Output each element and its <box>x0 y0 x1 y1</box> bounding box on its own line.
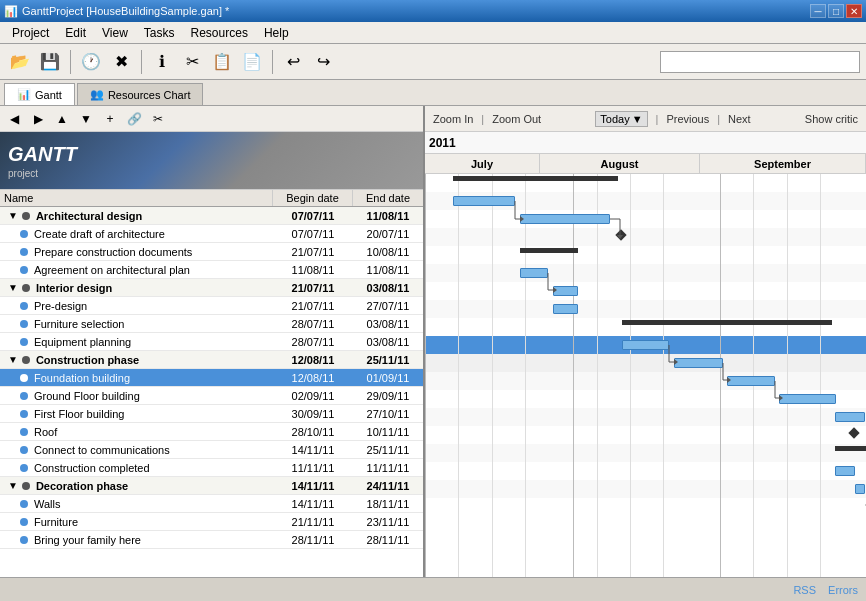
table-row[interactable]: Agreement on architectural plan 11/08/11… <box>0 261 423 279</box>
table-row[interactable]: Foundation building 12/08/11 01/09/11 <box>0 369 423 387</box>
delete-button[interactable]: ✖ <box>107 48 135 76</box>
tab-resources[interactable]: 👥 Resources Chart <box>77 83 204 105</box>
copy-button[interactable]: 📋 <box>208 48 236 76</box>
task-end: 10/11/11 <box>353 426 423 438</box>
minimize-button[interactable]: ─ <box>810 4 826 18</box>
paste-button[interactable]: 📄 <box>238 48 266 76</box>
task-begin: 12/08/11 <box>273 372 353 384</box>
collapse-icon[interactable]: ▼ <box>8 282 18 293</box>
gantt-bar-walls <box>835 466 855 476</box>
clock-button[interactable]: 🕐 <box>77 48 105 76</box>
collapse-icon[interactable]: ▼ <box>8 480 18 491</box>
today-dropdown[interactable]: Today ▼ <box>595 111 647 127</box>
table-row[interactable]: First Floor building 30/09/11 27/10/11 <box>0 405 423 423</box>
menu-item-view[interactable]: View <box>94 24 136 42</box>
collapse-icon[interactable]: ▼ <box>8 210 18 221</box>
gantt-bar-decoration <box>835 446 866 451</box>
redo-button[interactable]: ↪ <box>309 48 337 76</box>
task-dot <box>22 356 30 364</box>
task-name: First Floor building <box>34 408 124 420</box>
collapse-icon[interactable]: ▼ <box>8 354 18 365</box>
task-begin: 02/09/11 <box>273 390 353 402</box>
grid-line <box>597 174 598 577</box>
info-button[interactable]: ℹ <box>148 48 176 76</box>
month-september: September <box>700 154 866 173</box>
task-begin: 28/11/11 <box>273 534 353 546</box>
close-button[interactable]: ✕ <box>846 4 862 18</box>
table-row[interactable]: ▼ Decoration phase 14/11/11 24/11/11 <box>0 477 423 495</box>
menu-item-edit[interactable]: Edit <box>57 24 94 42</box>
back-button[interactable]: ◀ <box>4 109 24 129</box>
today-label: Today <box>600 113 629 125</box>
task-end: 03/08/11 <box>353 318 423 330</box>
toolbar-separator-2 <box>141 50 142 74</box>
errors-link[interactable]: Errors <box>828 584 858 596</box>
title-bar-controls: ─ □ ✕ <box>810 4 862 18</box>
gantt-sep-2: | <box>656 113 659 125</box>
task-end: 27/10/11 <box>353 408 423 420</box>
grid-line <box>573 174 574 577</box>
table-row[interactable]: Connect to communications 14/11/11 25/11… <box>0 441 423 459</box>
month-july: July <box>425 154 540 173</box>
task-end: 01/09/11 <box>353 372 423 384</box>
undo-button[interactable]: ↩ <box>279 48 307 76</box>
table-row[interactable]: ▼ Interior design 21/07/11 03/08/11 <box>0 279 423 297</box>
task-dot <box>20 302 28 310</box>
task-dot <box>20 230 28 238</box>
zoom-in-button[interactable]: Zoom In <box>433 113 473 125</box>
gantt-chart-panel: Zoom In | Zoom Out Today ▼ | Previous | … <box>425 106 866 577</box>
rss-link[interactable]: RSS <box>793 584 816 596</box>
table-row[interactable]: ▼ Architectural design 07/07/11 11/08/11 <box>0 207 423 225</box>
task-end: 28/11/11 <box>353 534 423 546</box>
gantt-body: /* Gantt body row backgrounds */ #gantt-… <box>425 174 866 577</box>
save-button[interactable]: 💾 <box>36 48 64 76</box>
add-task-button[interactable]: + <box>100 109 120 129</box>
zoom-out-button[interactable]: Zoom Out <box>492 113 541 125</box>
task-begin: 30/09/11 <box>273 408 353 420</box>
task-end: 24/11/11 <box>353 480 423 492</box>
up-button[interactable]: ▲ <box>52 109 72 129</box>
link-button[interactable]: 🔗 <box>124 109 144 129</box>
menu-item-project[interactable]: Project <box>4 24 57 42</box>
table-row[interactable]: ▼ Construction phase 12/08/11 25/11/11 <box>0 351 423 369</box>
table-row[interactable]: Furniture selection 28/07/11 03/08/11 <box>0 315 423 333</box>
menu-item-resources[interactable]: Resources <box>183 24 256 42</box>
task-name: Create draft of architecture <box>34 228 165 240</box>
gantt-sep-1: | <box>481 113 484 125</box>
table-row[interactable]: Prepare construction documents 21/07/11 … <box>0 243 423 261</box>
task-dot <box>20 374 28 382</box>
table-row[interactable]: Equipment planning 28/07/11 03/08/11 <box>0 333 423 351</box>
table-row[interactable]: Ground Floor building 02/09/11 29/09/11 <box>0 387 423 405</box>
table-row[interactable]: Roof 28/10/11 10/11/11 <box>0 423 423 441</box>
menu-item-tasks[interactable]: Tasks <box>136 24 183 42</box>
gantt-bar-foundation <box>622 340 669 350</box>
task-begin: 12/08/11 <box>273 354 353 366</box>
down-button[interactable]: ▼ <box>76 109 96 129</box>
task-dot <box>20 248 28 256</box>
task-name: Walls <box>34 498 60 510</box>
table-row[interactable]: Pre-design 21/07/11 27/07/11 <box>0 297 423 315</box>
task-name: Construction phase <box>36 354 139 366</box>
table-row[interactable]: Bring your family here 28/11/11 28/11/11 <box>0 531 423 549</box>
menu-item-help[interactable]: Help <box>256 24 297 42</box>
task-begin: 07/07/11 <box>273 228 353 240</box>
previous-button[interactable]: Previous <box>666 113 709 125</box>
toolbar-separator-1 <box>70 50 71 74</box>
unlink-button[interactable]: ✂ <box>148 109 168 129</box>
forward-button[interactable]: ▶ <box>28 109 48 129</box>
task-dot <box>22 482 30 490</box>
maximize-button[interactable]: □ <box>828 4 844 18</box>
task-table: ▼ Architectural design 07/07/11 11/08/11… <box>0 207 423 577</box>
task-begin: 28/07/11 <box>273 336 353 348</box>
open-button[interactable]: 📂 <box>6 48 34 76</box>
table-row[interactable]: Walls 14/11/11 18/11/11 <box>0 495 423 513</box>
search-input[interactable] <box>660 51 860 73</box>
tab-gantt[interactable]: 📊 Gantt <box>4 83 75 105</box>
table-row[interactable]: Create draft of architecture 07/07/11 20… <box>0 225 423 243</box>
table-row[interactable]: Construction completed 11/11/11 11/11/11 <box>0 459 423 477</box>
show-critical-button[interactable]: Show critic <box>805 113 858 125</box>
next-button[interactable]: Next <box>728 113 751 125</box>
cut-button[interactable]: ✂ <box>178 48 206 76</box>
table-row[interactable]: Furniture 21/11/11 23/11/11 <box>0 513 423 531</box>
task-name: Agreement on architectural plan <box>34 264 190 276</box>
